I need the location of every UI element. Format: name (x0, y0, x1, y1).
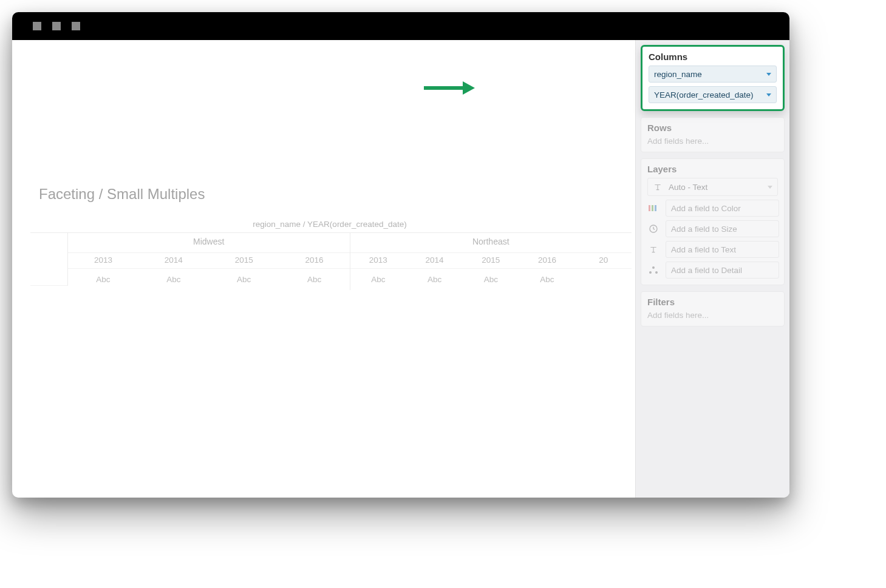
cell-value: Abc (406, 272, 463, 286)
layer-field-input-color[interactable] (666, 200, 779, 217)
window-button[interactable] (33, 22, 41, 30)
rows-placeholder: Add fields here... (647, 137, 778, 146)
column-pill[interactable]: region_name (649, 66, 777, 83)
filters-panel[interactable]: Filters Add fields here... (641, 291, 785, 326)
cell-value: Abc (138, 272, 209, 286)
layer-field-row (647, 241, 778, 258)
layer-field-row (647, 220, 778, 237)
svg-point-4 (652, 266, 655, 269)
detail-icon (647, 264, 659, 276)
facet-name: Northeast (350, 233, 632, 253)
chart-title: Faceting / Small Multiples (24, 186, 635, 203)
titlebar (12, 12, 789, 40)
content: Faceting / Small Multiples region_name /… (12, 40, 789, 498)
svg-point-6 (655, 271, 658, 274)
columns-title: Columns (649, 52, 777, 62)
cell-value: Abc (209, 272, 279, 286)
year-header: 20 (575, 253, 632, 268)
year-header: 2016 (279, 253, 350, 268)
layers-title: Layers (647, 164, 778, 174)
axis-header: region_name / YEAR(order_created_date) (24, 220, 635, 229)
year-header: 2013 (68, 253, 138, 268)
cell-value: Abc (350, 272, 407, 286)
columns-panel: Columns region_nameYEAR(order_created_da… (641, 45, 785, 111)
color-icon (647, 202, 659, 214)
svg-rect-2 (655, 205, 656, 211)
rows-title: Rows (647, 123, 778, 133)
layers-panel: Layers Auto - Text (641, 158, 785, 285)
text-icon (647, 243, 659, 255)
chevron-down-icon (766, 93, 771, 96)
svg-rect-1 (652, 205, 653, 211)
sidebar: Columns region_nameYEAR(order_created_da… (635, 40, 789, 498)
year-header: 2013 (350, 253, 407, 268)
rows-panel[interactable]: Rows Add fields here... (641, 117, 785, 152)
window-button[interactable] (72, 22, 80, 30)
layer-type-label: Auto - Text (669, 183, 707, 192)
layer-field-row (647, 200, 778, 217)
pill-label: region_name (654, 70, 702, 79)
layer-field-input-size[interactable] (666, 220, 779, 237)
window-button[interactable] (52, 22, 61, 30)
cell-value: Abc (519, 272, 576, 286)
svg-rect-0 (649, 205, 650, 211)
facet-column: Northeast201320142015201620AbcAbcAbcAbc (350, 233, 632, 290)
app-window: Faceting / Small Multiples region_name /… (12, 12, 789, 498)
size-icon (647, 223, 659, 235)
year-header: 2015 (463, 253, 519, 268)
cell-value: Abc (279, 272, 350, 286)
layer-field-input-detail[interactable] (666, 262, 779, 279)
layer-type-select[interactable]: Auto - Text (647, 178, 778, 196)
chevron-down-icon (766, 73, 771, 76)
chevron-down-icon (768, 186, 772, 189)
year-header: 2015 (209, 253, 279, 268)
filters-title: Filters (647, 297, 778, 307)
cell-value: Abc (68, 272, 138, 286)
filters-placeholder: Add fields here... (647, 311, 778, 320)
year-header: 2014 (406, 253, 463, 268)
column-pill[interactable]: YEAR(order_created_date) (649, 86, 777, 103)
pill-label: YEAR(order_created_date) (654, 90, 754, 100)
canvas-area: Faceting / Small Multiples region_name /… (12, 40, 635, 498)
year-header: 2016 (519, 253, 576, 268)
svg-point-5 (649, 271, 652, 274)
year-header: 2014 (138, 253, 209, 268)
facet-column: Midwest2013201420152016AbcAbcAbcAbc (68, 233, 350, 290)
cell-value: Abc (463, 272, 519, 286)
text-icon (652, 181, 664, 193)
facet-name: Midwest (68, 233, 350, 253)
layer-field-input-text[interactable] (666, 241, 779, 258)
layer-field-row (647, 262, 778, 279)
